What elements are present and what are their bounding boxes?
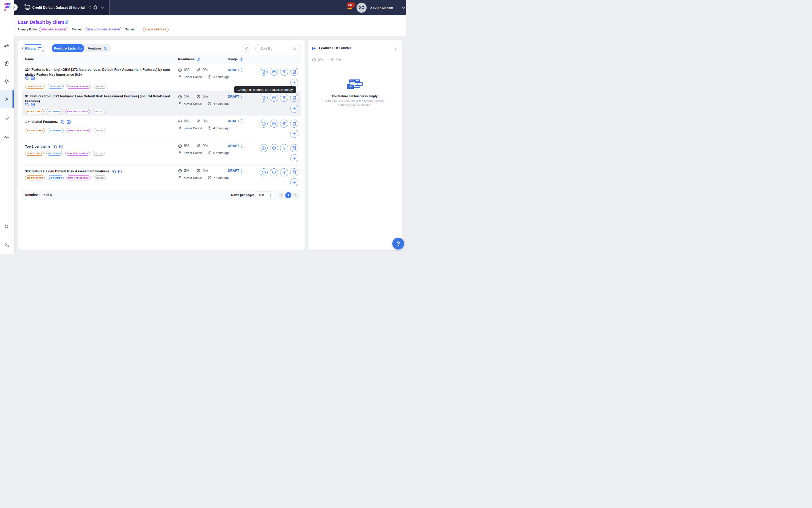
- svg-text:</>: </>: [356, 83, 359, 85]
- svg-text:ID: ID: [119, 171, 121, 173]
- svg-text:ID: ID: [32, 104, 34, 106]
- svg-text:ID: ID: [68, 121, 70, 123]
- svg-text:ID: ID: [60, 146, 62, 148]
- svg-text:ID: ID: [32, 77, 34, 79]
